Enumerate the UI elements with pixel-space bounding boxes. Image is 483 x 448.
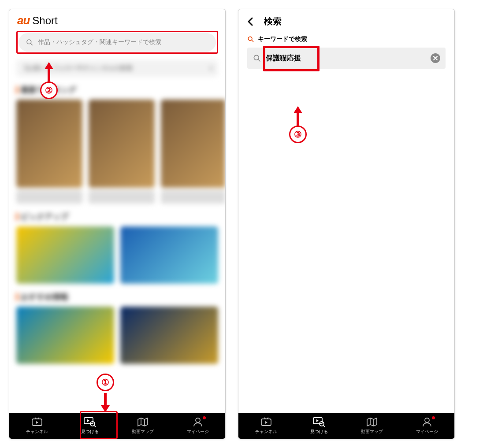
svg-point-15: [248, 37, 252, 41]
keyword-label: キーワードで検索: [258, 35, 307, 43]
search-icon: [247, 36, 254, 43]
notification-dot: [432, 416, 435, 419]
nav-channel-label: チャンネル: [26, 429, 48, 435]
search-bar[interactable]: 作品・ハッシュタグ・関連キーワードで検索: [19, 33, 216, 52]
phone-right: 検索 キーワードで検索 保護猫応援 ③ チャンネル 見つける 動画マップ: [238, 9, 455, 439]
search-bar-highlight: 作品・ハッシュタグ・関連キーワードで検索: [16, 31, 218, 54]
callout-2-label: ②: [40, 81, 58, 99]
nav-map[interactable]: 動画マップ: [361, 417, 383, 435]
svg-marker-9: [87, 419, 89, 422]
svg-marker-3: [101, 393, 110, 412]
svg-line-16: [252, 40, 253, 42]
nav-map[interactable]: 動画マップ: [132, 417, 154, 435]
callout-1: ①: [97, 374, 114, 412]
content-blurred: 【お願い】フォロー中チャンネルの新着× 最新ランキング ピックアップ おすすめ情…: [9, 56, 225, 413]
search-input[interactable]: 保護猫応援: [247, 48, 446, 69]
nav-channel[interactable]: チャンネル: [255, 417, 277, 435]
short-logo: Short: [32, 15, 57, 27]
svg-marker-23: [265, 421, 268, 424]
au-logo: au: [17, 14, 30, 27]
search-icon: [26, 38, 33, 46]
channel-icon: [31, 417, 43, 427]
arrow-down-icon: [101, 393, 110, 412]
discover-icon: [313, 417, 325, 427]
svg-line-29: [323, 426, 325, 427]
search-placeholder: 作品・ハッシュタグ・関連キーワードで検索: [38, 38, 161, 46]
back-icon[interactable]: [245, 16, 256, 27]
nav-map-label: 動画マップ: [132, 429, 154, 435]
svg-marker-2: [45, 62, 53, 81]
channel-icon: [260, 417, 272, 427]
nav-discover-label: 見つける: [81, 429, 99, 435]
keyword-search-label-row: キーワードで検索: [238, 32, 454, 45]
svg-marker-5: [36, 421, 38, 424]
bottom-nav: チャンネル 見つける 動画マップ マイページ: [9, 413, 225, 439]
search-input-value: 保護猫応援: [266, 54, 426, 63]
bottom-nav: チャンネル 見つける 動画マップ マイページ: [238, 413, 454, 439]
svg-marker-27: [316, 419, 319, 422]
discover-icon: [84, 417, 96, 427]
svg-line-11: [94, 426, 96, 427]
callout-2: ②: [40, 62, 58, 99]
callout-1-label: ①: [97, 374, 114, 391]
nav-discover[interactable]: 見つける: [310, 417, 328, 435]
mypage-icon: [193, 417, 203, 427]
map-icon: [137, 417, 149, 427]
nav-discover-label: 見つける: [310, 429, 328, 435]
app-header: au Short: [9, 9, 225, 29]
svg-point-32: [425, 418, 429, 422]
nav-mypage-label: マイページ: [416, 429, 438, 435]
arrow-up-icon: [45, 62, 53, 81]
svg-point-17: [254, 55, 259, 60]
nav-channel-label: チャンネル: [255, 429, 277, 435]
svg-line-1: [31, 44, 33, 45]
svg-line-18: [258, 59, 260, 62]
search-body-empty: [238, 69, 454, 413]
search-header: 検索: [238, 9, 454, 32]
nav-map-label: 動画マップ: [361, 429, 383, 435]
notification-dot: [203, 416, 206, 419]
clear-icon[interactable]: [431, 53, 440, 63]
svg-point-14: [196, 418, 200, 422]
nav-mypage[interactable]: マイページ: [416, 417, 438, 435]
search-title: 検索: [264, 15, 282, 27]
mypage-icon: [422, 417, 432, 427]
phone-left: au Short 作品・ハッシュタグ・関連キーワードで検索 【お願い】フォロー中…: [9, 9, 226, 439]
svg-point-0: [27, 40, 31, 44]
search-icon: [253, 54, 261, 63]
nav-mypage-label: マイページ: [187, 429, 209, 435]
nav-mypage[interactable]: マイページ: [187, 417, 209, 435]
map-icon: [366, 417, 378, 427]
nav-channel[interactable]: チャンネル: [26, 417, 48, 435]
nav-discover[interactable]: 見つける: [81, 417, 99, 435]
